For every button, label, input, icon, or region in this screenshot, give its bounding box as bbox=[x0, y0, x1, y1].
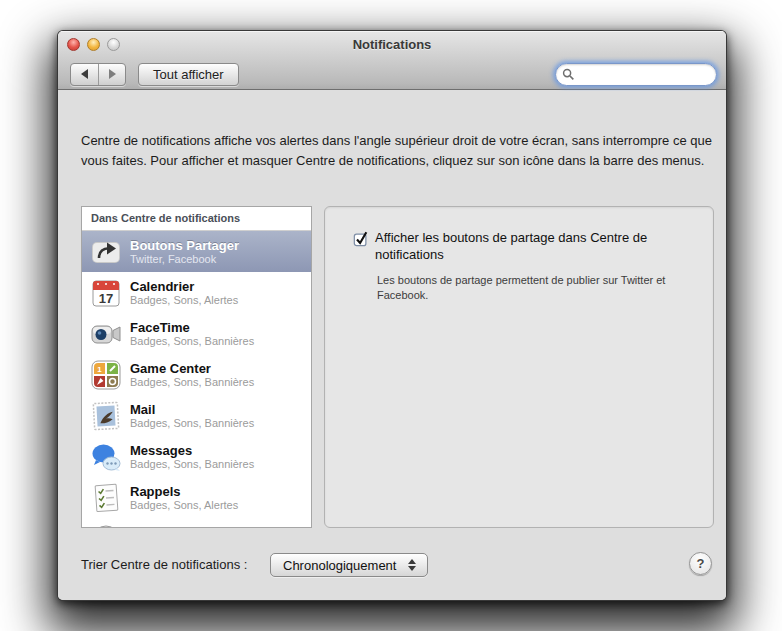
list-item-game-center[interactable]: 1 Game Center Badges, Sons, Bannières bbox=[82, 354, 311, 395]
list-item-calendrier[interactable]: 17 Calendrier Badges, Sons, Alertes bbox=[82, 272, 311, 313]
list-item-subtitle: Badges, Sons, Bannières bbox=[130, 376, 254, 389]
messages-icon bbox=[90, 441, 122, 473]
share-buttons-checkbox[interactable] bbox=[353, 231, 369, 247]
popup-arrows-icon bbox=[408, 559, 416, 571]
facetime-icon bbox=[90, 318, 122, 350]
game-center-icon: 1 bbox=[90, 359, 122, 391]
back-button[interactable] bbox=[71, 64, 98, 85]
list-item-subtitle: Twitter, Facebook bbox=[130, 253, 239, 266]
list-header: Dans Centre de notifications bbox=[82, 207, 311, 231]
window-title: Notifications bbox=[58, 37, 726, 52]
list-item-facetime[interactable]: FaceTime Badges, Sons, Bannières bbox=[82, 313, 311, 354]
calendar-icon: 17 bbox=[90, 277, 122, 309]
list-item-subtitle: Badges, Sons, Bannières bbox=[130, 417, 254, 430]
help-button[interactable]: ? bbox=[689, 552, 712, 575]
mail-icon bbox=[90, 400, 122, 432]
forward-button[interactable] bbox=[98, 64, 125, 85]
list-item-subtitle: Badges, Sons, Alertes bbox=[130, 294, 238, 307]
sort-popup-button[interactable]: Chronologiquement bbox=[270, 553, 428, 577]
content-area: Centre de notifications affiche vos aler… bbox=[58, 91, 726, 600]
svg-text:17: 17 bbox=[99, 291, 113, 306]
list-item-subtitle: Badges, Sons, Bannières bbox=[130, 458, 254, 471]
safari-icon bbox=[90, 523, 122, 529]
svg-text:1: 1 bbox=[97, 365, 102, 374]
share-icon bbox=[90, 236, 122, 268]
titlebar[interactable]: Notifications bbox=[58, 31, 726, 58]
list-item-title: FaceTime bbox=[130, 320, 254, 335]
search-icon bbox=[562, 68, 575, 81]
forward-arrow-icon bbox=[109, 69, 116, 79]
list-item-mail[interactable]: Mail Badges, Sons, Bannières bbox=[82, 395, 311, 436]
search-input[interactable] bbox=[577, 66, 727, 84]
checkbox-label[interactable]: Afficher les boutons de partage dans Cen… bbox=[375, 229, 705, 263]
description-text: Centre de notifications affiche vos aler… bbox=[81, 131, 726, 171]
back-arrow-icon bbox=[81, 69, 88, 79]
list-item-title: Game Center bbox=[130, 361, 254, 376]
list-item-title: Calendrier bbox=[130, 279, 238, 294]
toolbar: Tout afficher bbox=[58, 59, 726, 89]
detail-panel: Afficher les boutons de partage dans Cen… bbox=[324, 206, 714, 528]
history-nav bbox=[70, 63, 126, 86]
list-item-messages[interactable]: Messages Badges, Sons, Bannières bbox=[82, 436, 311, 477]
list-item-title: Mail bbox=[130, 402, 254, 417]
list-item-rappels[interactable]: Rappels Badges, Sons, Alertes bbox=[82, 477, 311, 518]
search-field[interactable] bbox=[555, 63, 717, 86]
reminders-icon bbox=[90, 482, 122, 514]
list-item-title: Rappels bbox=[130, 484, 238, 499]
show-all-button[interactable]: Tout afficher bbox=[138, 63, 239, 86]
list-item-subtitle: Badges, Sons, Alertes bbox=[130, 499, 238, 512]
checkbox-help-text: Les boutons de partage permettent de pub… bbox=[377, 273, 677, 303]
list-item-title: Messages bbox=[130, 443, 254, 458]
list-item-title: Boutons Partager bbox=[130, 238, 239, 253]
list-item-boutons-partager[interactable]: Boutons Partager Twitter, Facebook bbox=[82, 231, 311, 272]
footer: Trier Centre de notifications : Chronolo… bbox=[58, 538, 726, 600]
window-chrome: Notifications Tout afficher bbox=[58, 31, 726, 90]
notifications-list: Dans Centre de notifications Boutons Par… bbox=[81, 206, 312, 528]
list-item-safari[interactable]: Safari bbox=[82, 518, 311, 528]
sort-popup-value: Chronologiquement bbox=[283, 558, 396, 573]
list-item-subtitle: Badges, Sons, Bannières bbox=[130, 335, 254, 348]
notifications-window: Notifications Tout afficher Centre de no… bbox=[57, 30, 727, 601]
sort-label: Trier Centre de notifications : bbox=[81, 557, 247, 572]
